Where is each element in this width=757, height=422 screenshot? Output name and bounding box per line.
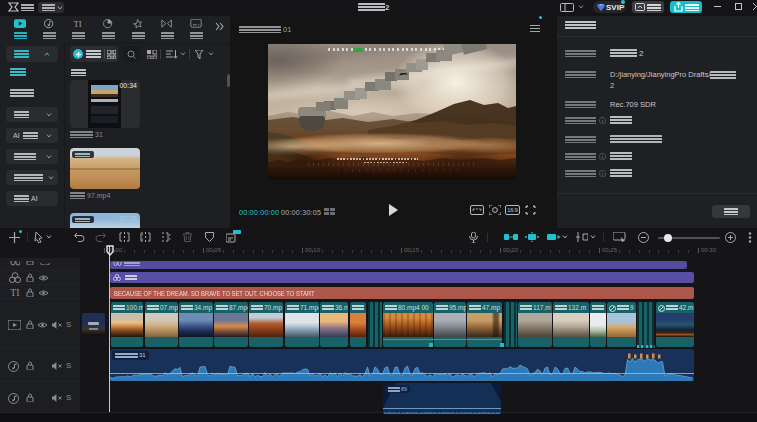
svg-text:TI: TI xyxy=(73,19,81,29)
